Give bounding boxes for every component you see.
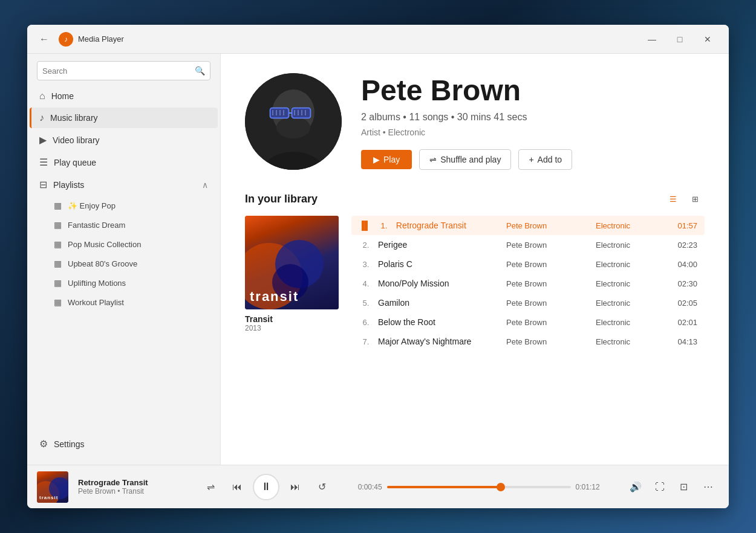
table-row[interactable]: 3. Polaris C Pete Brown Electronic 04:00 — [351, 254, 705, 274]
shuffle-play-button[interactable]: ⇌ Shuffle and play — [419, 149, 511, 170]
table-row[interactable]: 6. Below the Root Pete Brown Electronic … — [351, 312, 705, 332]
shuffle-ctrl-icon: ⇌ — [207, 481, 215, 493]
album-year: 2013 — [245, 324, 342, 332]
track-duration: 01:57 — [667, 221, 697, 230]
thumbnail-text: transit — [39, 495, 58, 500]
maximize-button[interactable]: □ — [666, 30, 694, 49]
table-row[interactable]: 5. Gamilon Pete Brown Electronic 02:05 — [351, 293, 705, 312]
music-icon: ♪ — [39, 112, 44, 123]
now-playing-info: Retrograde Transit Pete Brown • Transit — [78, 478, 175, 496]
track-title: Mono/Poly Mission — [378, 279, 501, 288]
track-artist: Pete Brown — [506, 260, 591, 269]
list-view-icon: ☰ — [670, 195, 677, 204]
album-cover-text: transit — [250, 289, 299, 305]
next-button[interactable]: ⏭ — [284, 476, 306, 498]
close-button[interactable]: ✕ — [694, 30, 722, 49]
settings-icon: ⚙ — [39, 438, 48, 450]
playlist-item-upbeat[interactable]: ▦ Upbeat 80's Groove — [30, 254, 218, 273]
playlists-header[interactable]: ⊟ Playlists ∧ — [30, 174, 218, 195]
sidebar-item-home[interactable]: ⌂ Home — [30, 86, 218, 106]
volume-button[interactable]: 🔊 — [625, 476, 647, 498]
sidebar-item-settings[interactable]: ⚙ Settings — [30, 433, 218, 454]
tracks-list: ▐▌ 1. Retrograde Transit Pete Brown Elec… — [351, 216, 705, 351]
sidebar-item-home-label: Home — [51, 91, 74, 101]
album-name: Transit — [245, 314, 342, 324]
progress-fill — [387, 486, 501, 488]
track-number: 6. — [359, 318, 373, 327]
library-header: In your library ☰ ⊞ — [245, 189, 705, 208]
playlist-icon-4: ▦ — [54, 278, 62, 288]
track-title: Retrograde Transit — [396, 221, 501, 230]
pause-button[interactable]: ⏸ — [253, 474, 279, 500]
track-genre: Electronic — [596, 279, 662, 288]
sidebar-item-play-queue[interactable]: ☰ Play queue — [30, 152, 218, 173]
track-genre: Electronic — [596, 299, 662, 308]
sidebar-item-music-label: Music library — [50, 113, 98, 123]
grid-view-button[interactable]: ⊞ — [685, 189, 705, 208]
back-button[interactable]: ← — [34, 30, 54, 49]
table-row[interactable]: 4. Mono/Poly Mission Pete Brown Electron… — [351, 274, 705, 293]
track-title: Major Atway's Nightmare — [378, 337, 501, 346]
repeat-button[interactable]: ↺ — [311, 476, 333, 498]
track-artist: Pete Brown — [506, 318, 591, 327]
now-playing-title: Retrograde Transit — [78, 478, 175, 487]
minimize-button[interactable]: — — [638, 30, 666, 49]
library-content: transit Transit 2013 ▐▌ 1. Retrograde Tr… — [245, 216, 705, 351]
table-row[interactable]: ▐▌ 1. Retrograde Transit Pete Brown Elec… — [351, 216, 705, 235]
table-row[interactable]: 7. Major Atway's Nightmare Pete Brown El… — [351, 332, 705, 351]
sidebar-item-video-label: Video library — [53, 135, 100, 145]
shuffle-button[interactable]: ⇌ — [200, 476, 221, 498]
playlist-item-enjoy-pop[interactable]: ▦ ✨ Enjoy Pop — [30, 196, 218, 215]
app-icon: ♪ — [59, 32, 73, 47]
next-icon: ⏭ — [290, 482, 300, 493]
progress-track[interactable] — [387, 486, 571, 488]
progress-area: 0:00:45 0:01:12 — [358, 483, 600, 491]
play-button[interactable]: ▶ Play — [361, 150, 412, 169]
playlist-label-5: Workout Playlist — [68, 298, 124, 307]
plus-icon: + — [529, 155, 533, 164]
playlist-icon-1: ▦ — [54, 220, 62, 230]
add-to-button[interactable]: + Add to — [518, 149, 572, 170]
track-genre: Electronic — [596, 221, 662, 230]
more-options-button[interactable]: ⋯ — [697, 476, 719, 498]
album-thumbnail[interactable]: transit Transit 2013 — [245, 216, 342, 351]
playlist-item-pop-music[interactable]: ▦ Pop Music Collection — [30, 235, 218, 253]
playlist-item-uplifting[interactable]: ▦ Uplifting Motions — [30, 274, 218, 292]
track-duration: 02:23 — [667, 241, 697, 250]
playlist-icon-3: ▦ — [54, 259, 62, 268]
current-time: 0:00:45 — [358, 483, 382, 491]
sidebar-item-music-library[interactable]: ♪ Music library — [30, 108, 218, 128]
track-title: Perigee — [378, 240, 501, 250]
track-number: 5. — [359, 299, 373, 308]
album-cover: transit — [245, 216, 339, 309]
search-box[interactable]: 🔍 — [37, 61, 210, 80]
miniplayer-button[interactable]: ⊡ — [673, 476, 695, 498]
track-duration: 02:01 — [667, 318, 697, 327]
playlists-chevron-icon: ∧ — [202, 180, 208, 190]
playlist-label-1: Fantastic Dream — [68, 221, 125, 230]
previous-button[interactable]: ⏮ — [226, 476, 248, 498]
total-time: 0:01:12 — [576, 483, 600, 491]
playlist-item-workout[interactable]: ▦ Workout Playlist — [30, 293, 218, 311]
search-input[interactable] — [42, 66, 195, 76]
fullscreen-button[interactable]: ⛶ — [649, 476, 671, 498]
playlist-item-fantastic-dream[interactable]: ▦ Fantastic Dream — [30, 216, 218, 234]
now-playing-thumbnail: transit — [37, 471, 68, 503]
playlists-label: Playlists — [53, 180, 84, 190]
table-row[interactable]: 2. Perigee Pete Brown Electronic 02:23 — [351, 235, 705, 254]
app-window: ← ♪ Media Player — □ ✕ 🔍 ⌂ Home ♪ Music — [27, 25, 729, 508]
track-duration: 02:30 — [667, 279, 697, 288]
play-icon: ▶ — [373, 155, 380, 164]
list-view-button[interactable]: ☰ — [663, 189, 683, 208]
artist-name: Pete Brown — [361, 74, 705, 107]
track-title: Polaris C — [378, 259, 501, 269]
track-number: 7. — [359, 337, 373, 346]
content-area: Pete Brown 2 albums • 11 songs • 30 mins… — [221, 54, 729, 465]
sidebar-item-video-library[interactable]: ▶ Video library — [30, 129, 218, 150]
search-icon[interactable]: 🔍 — [195, 66, 205, 76]
volume-icon: 🔊 — [630, 481, 642, 493]
sidebar-item-queue-label: Play queue — [54, 158, 96, 167]
playlist-icon-5: ▦ — [54, 297, 62, 307]
track-title: Gamilon — [378, 298, 501, 308]
artist-actions: ▶ Play ⇌ Shuffle and play + Add to — [361, 149, 705, 170]
